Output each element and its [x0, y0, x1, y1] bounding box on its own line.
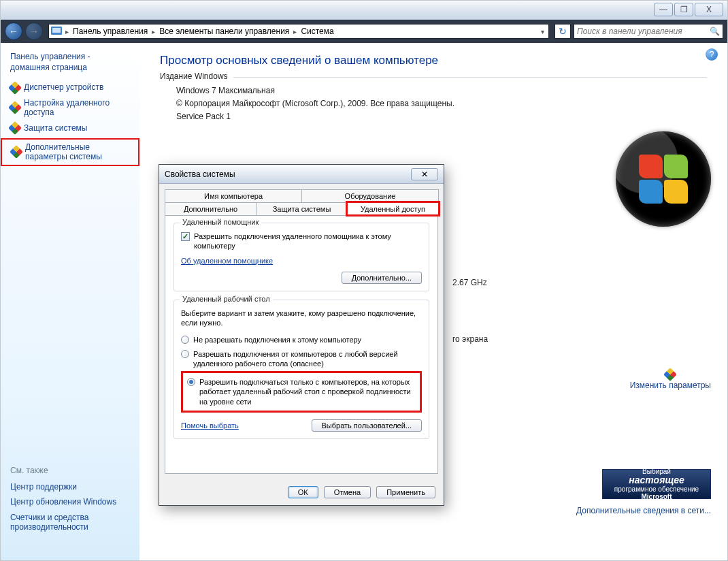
cancel-button[interactable]: Отмена	[324, 486, 371, 498]
sidebar-item-advanced-settings[interactable]: Дополнительные параметры системы	[1, 138, 139, 166]
see-also-heading: См. также	[1, 466, 139, 479]
processor-frequency: 2.67 GHz	[452, 278, 487, 287]
edition-name: Windows 7 Максимальная	[176, 84, 707, 97]
about-remote-assistance-link[interactable]: Об удаленном помощнике	[181, 257, 273, 265]
rdp-option-any-row: Разрешать подключения от компьютеров с л…	[181, 349, 422, 369]
rdp-option-nla-label: Разрешить подключаться только с компьюте…	[199, 377, 416, 406]
sidebar-item-label: Счетчики и средства производительности	[10, 513, 133, 532]
change-settings-link[interactable]: Изменить параметры	[630, 370, 711, 390]
rdp-option-any-label: Разрешать подключения от компьютеров с л…	[193, 349, 422, 369]
tab-hardware[interactable]: Оборудование	[301, 189, 439, 202]
allow-remote-assistance-label: Разрешить подключения удаленного помощни…	[194, 231, 422, 251]
breadcrumb-separator-icon: ▸	[150, 28, 156, 35]
dialog-title: Свойства системы	[165, 170, 235, 179]
copyright-text: © Корпорация Майкрософт (Microsoft Corp.…	[176, 97, 707, 110]
rdp-option-nla-highlight: Разрешить подключаться только с компьюте…	[181, 371, 422, 413]
shield-icon	[8, 121, 22, 135]
sidebar-item-label: Центр обновления Windows	[10, 497, 116, 507]
breadcrumb-all-items[interactable]: Все элементы панели управления	[156, 25, 292, 38]
control-panel-icon	[49, 25, 64, 37]
apply-button[interactable]: Применить	[376, 486, 435, 498]
remote-assistance-group: Удаленный помощник Разрешить подключения…	[173, 223, 429, 291]
windows-logo	[616, 131, 711, 227]
edition-legend: Издание Windows	[160, 71, 233, 81]
allow-remote-assistance-row: Разрешить подключения удаленного помощни…	[181, 231, 422, 251]
tab-remote[interactable]: Удаленный доступ	[347, 202, 439, 215]
search-input[interactable]	[577, 27, 710, 36]
breadcrumb-separator-icon: ▸	[64, 28, 70, 35]
search-box[interactable]: 🔍	[574, 24, 723, 39]
remote-desktop-description: Выберите вариант и затем укажите, кому р…	[181, 308, 422, 329]
dialog-close-button[interactable]: ✕	[411, 168, 438, 180]
close-button[interactable]: X	[695, 3, 723, 16]
sidebar-item-label: Дополнительные параметры системы	[25, 142, 131, 162]
sidebar-item-label: Диспетчер устройств	[24, 82, 103, 92]
allow-remote-assistance-checkbox[interactable]	[181, 232, 190, 241]
sidebar-item-performance[interactable]: Счетчики и средства производительности	[1, 510, 139, 535]
back-button[interactable]: ←	[5, 22, 22, 40]
sidebar-item-label: Защита системы	[24, 123, 87, 133]
explorer-window: — ❐ X ← → ▸ Панель управления ▸ Все элем…	[0, 0, 728, 561]
address-dropdown[interactable]: ▾	[536, 28, 548, 35]
rdp-option-deny-radio[interactable]	[181, 336, 189, 344]
remote-desktop-legend: Удаленный рабочий стол	[180, 295, 273, 303]
address-bar[interactable]: ▸ Панель управления ▸ Все элементы панел…	[48, 24, 549, 39]
sidebar-item-label: Настройка удаленного доступа	[24, 98, 133, 118]
sidebar-item-remote-settings[interactable]: Настройка удаленного доступа	[1, 95, 139, 121]
rdp-option-any-radio[interactable]	[181, 350, 189, 358]
dialog-title-bar: Свойства системы ✕	[159, 165, 444, 184]
forward-button[interactable]: →	[25, 22, 43, 40]
breadcrumb-separator-icon: ▸	[292, 28, 298, 35]
shield-icon	[663, 368, 677, 381]
tab-panel-remote: Удаленный помощник Разрешить подключения…	[165, 215, 438, 474]
window-title-bar: — ❐ X	[1, 1, 727, 20]
shield-icon	[8, 81, 22, 95]
genuine-microsoft-badge: Выбирай настоящее программное обеспечени…	[602, 469, 711, 499]
select-users-button[interactable]: Выбрать пользователей...	[312, 419, 423, 432]
badge-line2: настоящее	[629, 475, 684, 485]
sidebar-item-system-protection[interactable]: Защита системы	[1, 121, 139, 135]
shield-icon	[10, 145, 23, 159]
rdp-option-nla-radio[interactable]	[187, 378, 195, 386]
navigation-bar: ← → ▸ Панель управления ▸ Все элементы п…	[1, 20, 727, 43]
sidebar-item-windows-update[interactable]: Центр обновления Windows	[1, 494, 139, 509]
ok-button[interactable]: ОК	[288, 486, 318, 498]
help-icon[interactable]: ?	[706, 48, 718, 61]
refresh-button[interactable]: ↻	[555, 24, 571, 39]
shield-icon	[8, 101, 22, 114]
sidebar-item-device-manager[interactable]: Диспетчер устройств	[1, 80, 139, 95]
remote-assistance-legend: Удаленный помощник	[180, 218, 261, 226]
edition-info: Windows 7 Максимальная © Корпорация Майк…	[160, 78, 707, 124]
rdp-option-deny-row: Не разрешать подключения к этому компьют…	[181, 335, 422, 344]
tab-advanced[interactable]: Дополнительно	[165, 202, 257, 215]
service-pack: Service Pack 1	[176, 110, 707, 123]
sidebar-item-action-center[interactable]: Центр поддержки	[1, 479, 139, 494]
search-icon: 🔍	[710, 27, 720, 36]
page-title: Просмотр основных сведений о вашем компь…	[160, 54, 707, 67]
window-controls: — ❐ X	[654, 3, 723, 16]
rdp-option-deny-label: Не разрешать подключения к этому компьют…	[193, 335, 361, 344]
control-panel-home-link[interactable]: Панель управления - домашняя страница	[1, 51, 139, 80]
minimize-button[interactable]: —	[654, 3, 673, 16]
badge-line3: программное обеспечение Microsoft	[603, 485, 710, 500]
system-properties-dialog: Свойства системы ✕ Имя компьютера Оборуд…	[159, 164, 444, 506]
dialog-body: Имя компьютера Оборудование Дополнительн…	[159, 184, 444, 479]
edition-group: Издание Windows	[160, 77, 707, 78]
change-settings-label: Изменить параметры	[630, 381, 711, 390]
tab-computer-name[interactable]: Имя компьютера	[165, 189, 302, 202]
more-info-online-link[interactable]: Дополнительные сведения в сети...	[576, 506, 711, 515]
remote-desktop-group: Удаленный рабочий стол Выберите вариант …	[173, 300, 429, 439]
breadcrumb-control-panel[interactable]: Панель управления	[70, 25, 150, 38]
rdp-option-nla-row: Разрешить подключаться только с компьюте…	[187, 377, 416, 406]
remote-assistance-advanced-button[interactable]: Дополнительно...	[342, 272, 422, 284]
tab-system-protection[interactable]: Защита системы	[256, 202, 348, 215]
sidebar: Панель управления - домашняя страница Ди…	[1, 43, 139, 560]
sidebar-item-label: Центр поддержки	[10, 482, 77, 492]
svg-rect-1	[52, 28, 61, 33]
help-me-choose-link[interactable]: Помочь выбрать	[181, 421, 239, 430]
screen-text-fragment: го экрана	[452, 334, 488, 344]
tabs-row-1: Имя компьютера Оборудование	[165, 189, 438, 202]
breadcrumb-system[interactable]: Система	[298, 25, 336, 38]
maximize-button[interactable]: ❐	[674, 3, 693, 16]
see-also-section: См. также Центр поддержки Центр обновлен…	[1, 466, 139, 535]
